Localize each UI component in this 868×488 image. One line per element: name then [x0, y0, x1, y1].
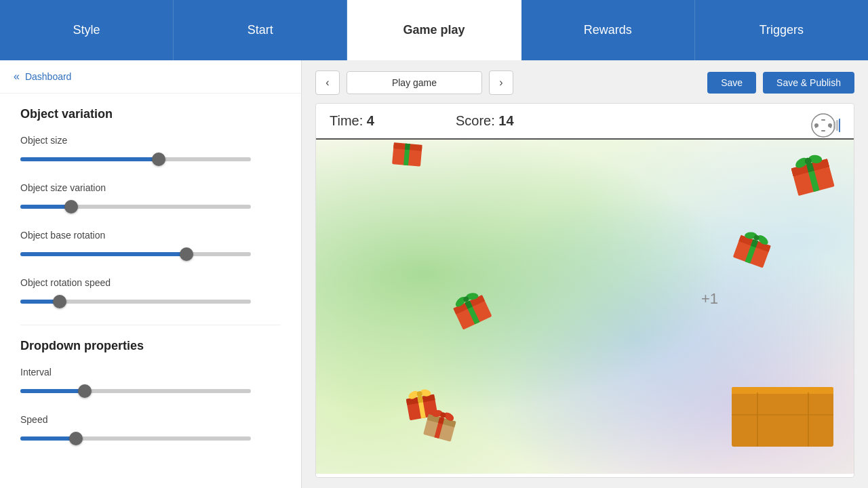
crate-lines	[732, 392, 833, 447]
object-size-label: Object size	[20, 135, 281, 146]
nav-gameplay[interactable]: Game play	[347, 0, 521, 60]
interval-slider-group: Interval	[20, 367, 281, 398]
toolbar: ‹ Play game › Save Save & Publish	[315, 70, 854, 95]
prev-page-button[interactable]: ‹	[315, 70, 340, 95]
object-size-variation-label: Object size variation	[20, 182, 281, 193]
object-base-rotation-slider[interactable]	[20, 247, 251, 261]
speed-label: Speed	[20, 414, 281, 425]
next-page-button[interactable]: ›	[489, 70, 513, 95]
svg-rect-7	[833, 121, 835, 129]
object-size-variation-slider[interactable]	[20, 200, 251, 214]
interval-label: Interval	[20, 367, 281, 378]
object-size-variation-slider-group: Object size variation	[20, 182, 281, 214]
object-base-rotation-label: Object base rotation	[20, 230, 281, 241]
object-rotation-speed-slider[interactable]	[20, 295, 251, 308]
crate-line-h	[732, 414, 833, 415]
game-time: Time: 4	[330, 113, 374, 129]
chevron-left-icon: «	[14, 70, 20, 83]
dropdown-properties-section: Dropdown properties Interval Speed	[20, 339, 281, 445]
object-variation-section: Object variation Object size Object size…	[20, 107, 281, 308]
svg-rect-50	[405, 144, 410, 150]
slider-thumb[interactable]	[64, 200, 78, 214]
svg-rect-8	[836, 120, 838, 131]
object-rotation-speed-label: Object rotation speed	[20, 277, 281, 288]
score-indicator: +1	[701, 290, 718, 308]
slider-thumb[interactable]	[69, 432, 83, 445]
slider-fill	[20, 205, 71, 209]
slider-fill	[20, 389, 85, 393]
game-score: Score: 14	[456, 113, 514, 129]
svg-rect-3	[821, 119, 825, 121]
slider-thumb[interactable]	[180, 247, 193, 261]
nav-start[interactable]: Start	[174, 0, 347, 60]
object-size-slider[interactable]	[20, 152, 251, 166]
object-rotation-speed-slider-group: Object rotation speed	[20, 277, 281, 308]
slider-thumb[interactable]	[152, 152, 165, 166]
game-header: Time: 4 Score: 14	[316, 104, 854, 140]
sidebar: « Dashboard Object variation Object size	[0, 60, 302, 488]
game-preview: Time: 4 Score: 14	[315, 103, 854, 478]
svg-rect-4	[821, 130, 825, 131]
save-button[interactable]: Save	[707, 72, 756, 94]
svg-rect-6	[830, 124, 831, 128]
crate-item[interactable]	[732, 392, 833, 447]
slider-fill	[20, 157, 159, 161]
section-divider	[20, 325, 281, 325]
slider-thumb[interactable]	[53, 295, 66, 308]
game-canvas: +1	[316, 140, 854, 474]
top-navigation: Style Start Game play Rewards Triggers	[0, 0, 868, 60]
chevron-right-icon: ›	[499, 77, 502, 89]
slider-thumb[interactable]	[78, 384, 92, 398]
dropdown-properties-title: Dropdown properties	[20, 339, 281, 353]
slider-fill	[20, 436, 76, 441]
page-name-display: Play game	[347, 71, 482, 94]
object-size-slider-group: Object size	[20, 135, 281, 166]
crate-line	[757, 392, 758, 447]
crate-line	[808, 392, 809, 447]
gift-item[interactable]	[389, 140, 426, 168]
slider-fill	[20, 252, 186, 256]
speed-slider-group: Speed	[20, 414, 281, 445]
save-publish-button[interactable]: Save & Publish	[763, 72, 854, 94]
right-content: ‹ Play game › Save Save & Publish Time: …	[302, 60, 868, 488]
speed-slider[interactable]	[20, 432, 251, 445]
interval-slider[interactable]	[20, 384, 251, 398]
svg-rect-5	[815, 124, 816, 128]
nav-triggers[interactable]: Triggers	[695, 0, 868, 60]
chevron-left-icon: ‹	[326, 77, 329, 89]
svg-rect-9	[839, 119, 840, 132]
nav-rewards[interactable]: Rewards	[521, 0, 695, 60]
object-base-rotation-slider-group: Object base rotation	[20, 230, 281, 261]
sidebar-content: Object variation Object size Object size…	[0, 94, 301, 475]
dashboard-link[interactable]: « Dashboard	[0, 60, 301, 94]
nav-style[interactable]: Style	[0, 0, 174, 60]
object-variation-title: Object variation	[20, 107, 281, 121]
main-layout: « Dashboard Object variation Object size	[0, 60, 868, 488]
controller-icon	[806, 113, 840, 138]
